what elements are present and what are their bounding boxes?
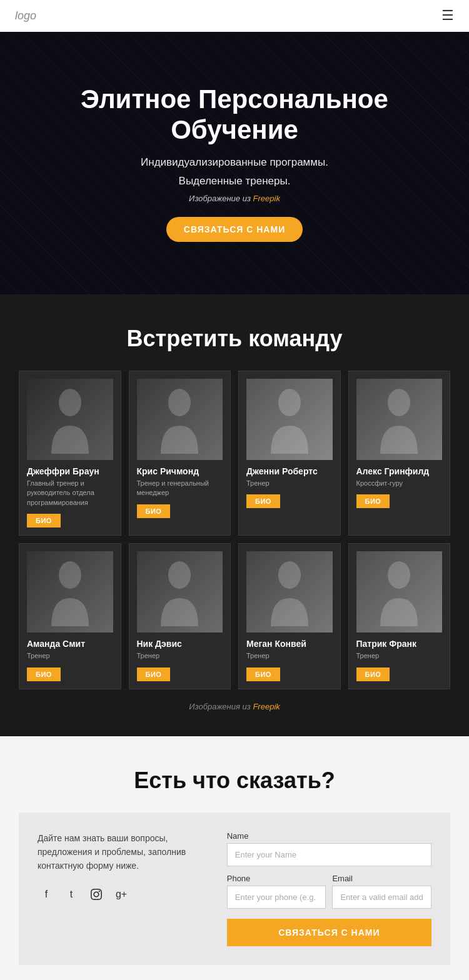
team-card: Аманда СмитТренерБИО xyxy=(19,543,121,689)
team-photo xyxy=(246,551,333,632)
svg-point-6 xyxy=(278,561,301,589)
email-label: Email xyxy=(332,874,431,883)
bio-button[interactable]: БИО xyxy=(246,494,280,508)
team-card: Крис РичмондТренер и генеральный менедже… xyxy=(129,371,231,536)
name-label: Name xyxy=(227,831,431,841)
team-section-title: Встретить команду xyxy=(19,326,450,352)
team-section: Встретить команду Джеффри БраунГлавный т… xyxy=(0,294,469,736)
phone-input[interactable] xyxy=(227,886,326,909)
bio-button[interactable]: БИО xyxy=(137,668,171,681)
team-card: Меган КонвейТренерБИО xyxy=(238,543,341,689)
email-input[interactable] xyxy=(332,886,431,909)
team-member-role: Тренер xyxy=(27,651,50,661)
team-member-name: Ник Дэвис xyxy=(137,639,182,649)
svg-point-3 xyxy=(388,389,410,416)
team-member-name: Алекс Гринфилд xyxy=(356,466,430,476)
team-member-role: Главный тренер и руководитель отдела про… xyxy=(27,479,113,508)
contact-left: Дайте нам знать ваши вопросы, предложени… xyxy=(38,831,227,946)
twitter-icon[interactable]: t xyxy=(63,886,80,903)
team-freepik-link[interactable]: Freepik xyxy=(253,702,280,711)
name-input[interactable] xyxy=(227,843,431,866)
team-member-name: Меган Конвей xyxy=(246,639,306,649)
hero-subtitle-line1: Индивидуализированные программы. xyxy=(141,156,328,169)
team-card: Патрик ФранкТренерБИО xyxy=(348,543,451,689)
team-member-name: Патрик Франк xyxy=(356,639,417,649)
hero-cta-button[interactable]: СВЯЗАТЬСЯ С НАМИ xyxy=(166,217,303,242)
team-member-name: Аманда Смит xyxy=(27,639,85,649)
name-field-group: Name xyxy=(227,831,431,866)
team-member-role: Тренер xyxy=(137,651,160,661)
hero-title: Элитное Персональное Обучение xyxy=(38,84,431,145)
contact-box: Дайте нам знать ваши вопросы, предложени… xyxy=(19,812,450,965)
hero-section: Элитное Персональное Обучение Индивидуал… xyxy=(0,32,469,294)
googleplus-icon[interactable]: g+ xyxy=(113,886,130,903)
bio-button[interactable]: БИО xyxy=(356,494,390,508)
team-photo xyxy=(356,551,443,632)
team-photo xyxy=(246,379,333,460)
hero-subtitle-line2: Выделенные тренеры. xyxy=(179,175,291,188)
menu-icon[interactable]: ☰ xyxy=(441,8,454,24)
hero-freepik-link[interactable]: Freepik xyxy=(253,194,280,203)
team-photo xyxy=(137,551,223,632)
team-member-name: Крис Ричмонд xyxy=(137,466,199,476)
instagram-icon[interactable] xyxy=(88,886,105,903)
contact-section: Есть что сказать? Дайте нам знать ваши в… xyxy=(0,736,469,980)
team-photo xyxy=(27,379,113,460)
svg-point-4 xyxy=(59,561,81,589)
team-member-name: Дженни Робертс xyxy=(246,466,318,476)
team-member-role: Тренер xyxy=(356,651,380,661)
svg-point-7 xyxy=(388,561,410,589)
team-image-credit: Изображения из Freepik xyxy=(19,702,450,718)
facebook-icon[interactable]: f xyxy=(38,886,55,903)
team-member-name: Джеффри Браун xyxy=(27,466,99,476)
team-card: Джеффри БраунГлавный тренер и руководите… xyxy=(19,371,121,536)
team-member-role: Тренер и генеральный менеджер xyxy=(137,479,223,498)
team-card: Дженни РобертсТренерБИО xyxy=(238,371,341,536)
contact-title: Есть что сказать? xyxy=(19,768,450,794)
team-member-role: Тренер xyxy=(246,651,270,661)
phone-field-group: Phone xyxy=(227,874,326,909)
svg-point-1 xyxy=(168,389,191,416)
svg-point-0 xyxy=(59,389,81,416)
contact-submit-button[interactable]: СВЯЗАТЬСЯ С НАМИ xyxy=(227,919,431,946)
logo: logo xyxy=(15,9,36,22)
team-card: Ник ДэвисТренерБИО xyxy=(129,543,231,689)
team-photo xyxy=(137,379,223,460)
phone-email-row: Phone Email xyxy=(227,874,431,909)
svg-point-5 xyxy=(168,561,191,589)
social-icons: f t g+ xyxy=(38,886,208,903)
team-member-role: Кроссфит-гуру xyxy=(356,479,403,488)
team-photo xyxy=(27,551,113,632)
hero-image-credit: Изображение из Freepik xyxy=(189,194,280,203)
team-card: Алекс ГринфилдКроссфит-гуруБИО xyxy=(348,371,451,536)
bio-button[interactable]: БИО xyxy=(27,668,61,681)
svg-point-2 xyxy=(278,389,301,416)
bio-button[interactable]: БИО xyxy=(27,514,61,528)
bio-button[interactable]: БИО xyxy=(356,668,390,681)
header: logo ☰ xyxy=(0,0,469,32)
team-photo xyxy=(356,379,443,460)
team-grid: Джеффри БраунГлавный тренер и руководите… xyxy=(19,371,450,689)
email-field-group: Email xyxy=(332,874,431,909)
phone-label: Phone xyxy=(227,874,326,883)
bio-button[interactable]: БИО xyxy=(246,668,280,681)
team-member-role: Тренер xyxy=(246,479,270,488)
bio-button[interactable]: БИО xyxy=(137,504,171,518)
contact-description: Дайте нам знать ваши вопросы, предложени… xyxy=(38,831,208,873)
contact-form: Name Phone Email СВЯЗАТЬСЯ С НАМИ xyxy=(227,831,431,946)
